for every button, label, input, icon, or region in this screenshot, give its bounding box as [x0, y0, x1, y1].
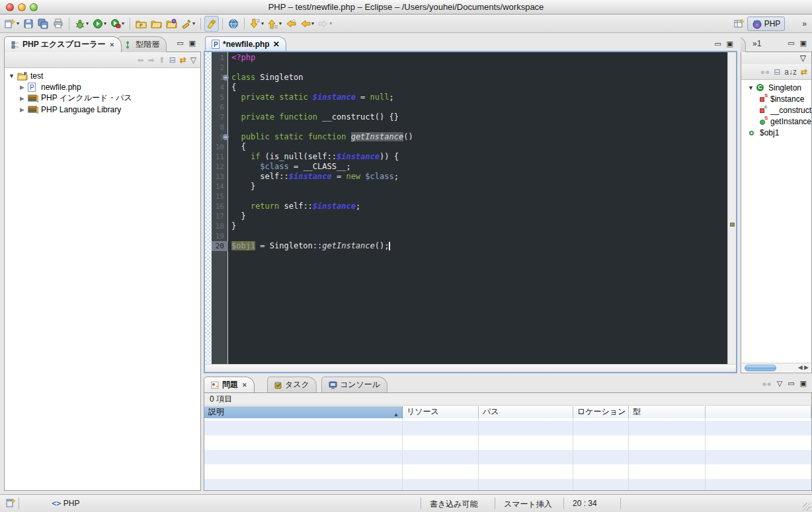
outline-item--obj1[interactable]: $obj1: [741, 127, 811, 138]
view-menu-icon[interactable]: ▽: [777, 379, 782, 388]
save-all-button[interactable]: [36, 16, 51, 32]
next-annotation-button[interactable]: ▾: [266, 16, 284, 32]
line-number[interactable]: 11: [212, 152, 228, 162]
dropdown-caret-icon[interactable]: ▾: [261, 20, 264, 26]
dropdown-caret-icon[interactable]: ▾: [122, 20, 124, 26]
dropdown-caret-icon[interactable]: ▾: [86, 20, 89, 26]
tree-item-php-[interactable]: ▶PHP インクルード・パス: [5, 92, 200, 104]
code-line-1[interactable]: 1<?php: [205, 53, 727, 63]
column-divider[interactable]: [478, 418, 479, 490]
code-line-10[interactable]: 10 {: [205, 142, 727, 152]
fold-marker-icon[interactable]: −: [223, 75, 229, 81]
back-button[interactable]: ▾: [298, 16, 316, 32]
line-number[interactable]: 15: [212, 192, 228, 201]
column-divider[interactable]: [402, 418, 403, 490]
open-perspective-button[interactable]: [732, 16, 747, 32]
view-menu-icon[interactable]: ▽: [190, 55, 196, 65]
line-number[interactable]: 1: [212, 53, 228, 63]
save-button[interactable]: [21, 16, 36, 32]
column-header-ロケーション[interactable]: ロケーション: [573, 406, 629, 418]
disclosure-triangle-icon[interactable]: ▶: [19, 106, 25, 113]
line-number[interactable]: 16: [212, 201, 228, 211]
code-line-20[interactable]: 20$obj1 = Singleton::getInstance();: [205, 241, 727, 251]
code-line-4[interactable]: 4{: [205, 83, 727, 92]
line-number[interactable]: 20: [212, 241, 228, 251]
code-line-18[interactable]: 18}: [205, 221, 727, 231]
disclosure-triangle-icon[interactable]: ▶: [19, 84, 25, 91]
dropdown-caret-icon[interactable]: ▾: [329, 20, 332, 26]
column-divider[interactable]: [628, 418, 629, 490]
debug-button[interactable]: ▾: [73, 16, 91, 32]
maximize-view-icon[interactable]: ▣: [189, 39, 196, 48]
scrollbar-thumb[interactable]: [745, 365, 776, 371]
print-button[interactable]: [51, 16, 65, 32]
tab-outline-clipped[interactable]: [741, 36, 746, 52]
maximize-view-icon[interactable]: ▣: [727, 40, 733, 48]
column-divider[interactable]: [573, 418, 573, 490]
tab-type-hierarchy[interactable]: 型階層: [118, 36, 167, 52]
tab-console[interactable]: コンソール: [321, 377, 387, 392]
line-number[interactable]: 10: [212, 142, 228, 152]
new-wizard-button[interactable]: ▾: [3, 16, 21, 32]
overview-ruler[interactable]: [727, 52, 736, 364]
forward-button[interactable]: ▾: [316, 16, 334, 32]
minimize-view-icon[interactable]: ▭: [788, 39, 794, 48]
line-number[interactable]: 19: [212, 231, 228, 241]
dropdown-caret-icon[interactable]: ▾: [192, 20, 195, 26]
view-menu-icon[interactable]: ▽: [800, 54, 806, 63]
last-edit-location-button[interactable]: ▾: [248, 16, 266, 32]
code-line-8[interactable]: 8: [205, 122, 727, 132]
tab-tasks[interactable]: タスク: [267, 377, 317, 392]
column-divider[interactable]: [705, 418, 706, 490]
column-header-リソース[interactable]: リソース: [403, 406, 479, 418]
occurrence-annotation-mark[interactable]: [730, 223, 735, 227]
link-with-editor-icon[interactable]: ⇄: [180, 55, 186, 65]
run-button[interactable]: ▾: [91, 16, 108, 32]
close-icon[interactable]: ✕: [242, 382, 247, 388]
outline-item--instance[interactable]: S$instance: [741, 93, 811, 104]
line-number[interactable]: 8: [212, 122, 228, 132]
filters-icon[interactable]: ●●: [762, 379, 772, 388]
search-button[interactable]: ▾: [179, 16, 197, 32]
forward-history-icon[interactable]: ➡: [148, 55, 155, 65]
code-line-3[interactable]: 3−class Singleton: [205, 73, 727, 83]
code-line-19[interactable]: 19: [205, 231, 727, 241]
php-perspective-button[interactable]: PHP: [747, 17, 786, 31]
tree-item-php-language-library[interactable]: ▶PHP Language Library: [5, 104, 200, 115]
web-browser-button[interactable]: [226, 16, 241, 32]
disclosure-triangle-icon[interactable]: ▶: [19, 95, 25, 102]
collapse-all-icon[interactable]: ⊟: [774, 67, 780, 77]
resize-grip[interactable]: [803, 503, 811, 511]
maximize-view-icon[interactable]: ▣: [800, 379, 807, 388]
go-up-icon[interactable]: ⬆: [159, 55, 165, 65]
link-with-editor-icon[interactable]: ⇄: [801, 67, 807, 77]
disclosure-triangle-icon[interactable]: ▼: [9, 73, 15, 79]
code-line-9[interactable]: 9− public static function getInstance(): [205, 132, 727, 142]
line-number[interactable]: 17: [212, 211, 228, 221]
column-header-型[interactable]: 型: [629, 406, 706, 418]
maximize-view-icon[interactable]: ▣: [800, 39, 807, 48]
code-line-16[interactable]: 16 return self::$instance;: [205, 201, 727, 211]
tree-item-test[interactable]: ▼Ptest: [5, 70, 200, 81]
dropdown-caret-icon[interactable]: ▾: [17, 20, 19, 26]
fast-view-icon[interactable]: [5, 497, 17, 510]
code-line-6[interactable]: 6: [205, 102, 727, 112]
new-php-project-button[interactable]: P: [134, 16, 149, 32]
code-line-13[interactable]: 13 self::$instance = new $class;: [205, 172, 727, 182]
dropdown-caret-icon[interactable]: ▾: [104, 20, 106, 26]
editor-horizontal-scrollbar[interactable]: [205, 364, 736, 372]
code-line-11[interactable]: 11 if (is_null(self::$instance)) {: [205, 152, 727, 162]
code-line-2[interactable]: 2: [205, 63, 727, 73]
back-to-edit-button[interactable]: [284, 16, 298, 32]
line-number[interactable]: 14: [212, 182, 228, 192]
line-number[interactable]: 6: [212, 102, 228, 112]
outline-item--construct[interactable]: c__construct: [741, 104, 811, 116]
external-tools-button[interactable]: ▾: [108, 16, 126, 32]
line-number[interactable]: 13: [212, 172, 228, 182]
minimize-view-icon[interactable]: ▭: [788, 379, 794, 388]
dropdown-caret-icon[interactable]: ▾: [279, 20, 282, 26]
focus-icon[interactable]: ●●: [760, 67, 770, 77]
code-line-17[interactable]: 17 }: [205, 211, 727, 221]
sort-icon[interactable]: a↓z: [784, 67, 797, 77]
tab-newfile-php[interactable]: P *newfile.php ✕: [205, 36, 286, 51]
